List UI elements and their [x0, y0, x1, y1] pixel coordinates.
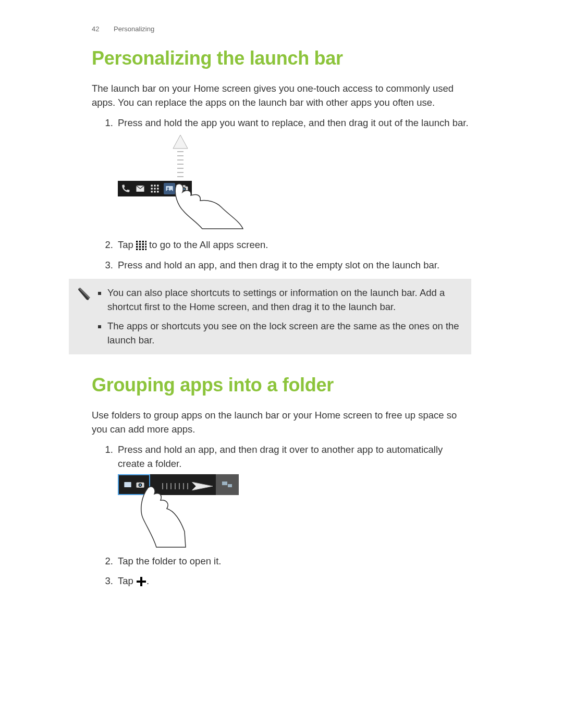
svg-rect-31 [136, 246, 138, 248]
steps-list-folder: Press and hold an app, and then drag it … [92, 443, 471, 588]
tip-note-box: You can also place shortcuts to settings… [69, 279, 471, 354]
step-1: Press and hold the app you want to repla… [116, 116, 471, 229]
svg-rect-39 [124, 482, 131, 487]
section-title-launch-bar: Personalizing the launch bar [92, 47, 471, 69]
folder-step-1: Press and hold an app, and then drag it … [116, 443, 471, 547]
drop-target-icon [216, 474, 239, 495]
step-1-text: Press and hold the app you want to repla… [118, 117, 469, 128]
svg-rect-44 [228, 484, 232, 487]
hand-pointer-icon [132, 486, 190, 548]
svg-rect-8 [151, 185, 153, 187]
svg-rect-32 [139, 246, 141, 248]
apps-grid-icon [149, 183, 161, 194]
svg-rect-25 [142, 241, 144, 242]
folder-step-3-post: . [146, 575, 149, 586]
step-2-post: to go to the All apps screen. [146, 239, 268, 250]
drag-up-arrow-icon [172, 135, 189, 182]
document-page: 42 Personalizing Personalizing the launc… [0, 0, 563, 620]
tip-item-1: You can also place shortcuts to settings… [107, 286, 463, 314]
folder-step-1-text: Press and hold an app, and then drag it … [118, 444, 443, 469]
section-name: Personalizing [114, 25, 154, 33]
svg-rect-10 [157, 185, 158, 187]
pencil-note-icon [73, 286, 96, 347]
apps-grid-icon [136, 240, 146, 250]
step-3: Press and hold an app, and then drag it … [116, 258, 471, 273]
svg-rect-37 [142, 249, 144, 250]
svg-point-18 [167, 188, 169, 189]
step-3-text: Press and hold an app, and then drag it … [118, 260, 439, 270]
steps-list-launch-bar: Press and hold the app you want to repla… [92, 116, 471, 273]
svg-rect-29 [142, 243, 144, 245]
svg-marker-52 [192, 482, 213, 490]
svg-rect-35 [136, 249, 138, 250]
figure-drag-to-folder [118, 474, 243, 547]
intro-paragraph-2: Use folders to group apps on the launch … [92, 409, 471, 437]
page-number: 42 [92, 25, 99, 33]
svg-rect-33 [142, 246, 144, 248]
folder-step-3: Tap . [116, 574, 471, 588]
step-2-pre: Tap [118, 239, 136, 250]
svg-rect-23 [136, 241, 138, 242]
hand-pointer-icon [171, 183, 244, 230]
folder-step-3-pre: Tap [118, 575, 136, 586]
svg-rect-54 [137, 581, 146, 583]
tip-list: You can also place shortcuts to settings… [96, 286, 463, 347]
svg-rect-14 [151, 191, 153, 193]
folder-step-2: Tap the folder to open it. [116, 554, 471, 569]
folder-step-2-text: Tap the folder to open it. [118, 556, 222, 566]
svg-rect-43 [222, 482, 227, 485]
svg-rect-24 [139, 241, 141, 242]
svg-rect-9 [154, 185, 155, 187]
svg-rect-15 [154, 191, 155, 193]
svg-rect-28 [139, 243, 141, 245]
svg-rect-16 [157, 191, 158, 193]
svg-rect-27 [136, 243, 138, 245]
running-head: 42 Personalizing [92, 25, 471, 33]
figure-drag-out [118, 135, 243, 229]
phone-icon [120, 183, 131, 194]
svg-rect-36 [139, 249, 141, 250]
svg-rect-13 [157, 188, 158, 190]
intro-paragraph: The launch bar on your Home screen gives… [92, 82, 471, 110]
svg-rect-11 [151, 188, 153, 190]
mail-icon [134, 183, 146, 194]
section-title-grouping: Grouping apps into a folder [92, 374, 471, 396]
plus-icon [136, 576, 146, 587]
svg-rect-12 [154, 188, 155, 190]
svg-marker-0 [173, 135, 188, 149]
tip-item-2: The apps or shortcuts you see on the loc… [107, 319, 463, 348]
step-2: Tap to go to the All apps screen. [116, 238, 471, 252]
